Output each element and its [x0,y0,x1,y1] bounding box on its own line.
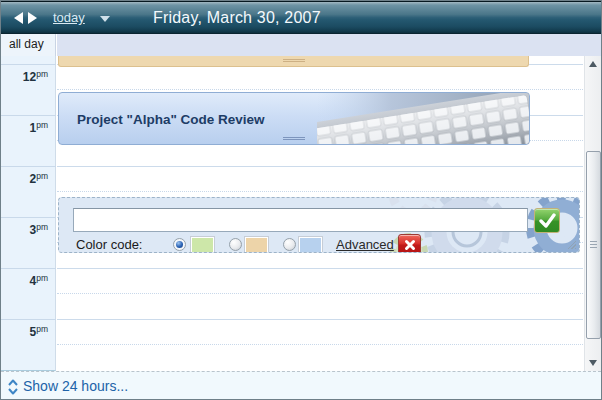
scroll-up-button[interactable] [585,56,602,72]
date-title: Friday, March 30, 2007 [153,9,321,27]
hour-line [57,166,583,167]
forward-arrow-icon[interactable] [28,12,37,24]
calendar-header: today Friday, March 30, 2007 [1,1,601,34]
appointment-edit-panel: Color code: Advanced [58,197,580,253]
color-radio-blue[interactable] [283,238,296,251]
hour-line [1,319,56,320]
down-arrow-icon [589,360,597,366]
vertical-scrollbar[interactable] [584,56,601,371]
color-swatch-green[interactable] [191,237,214,253]
hour-line [1,115,56,116]
time-column: 12pm 1pm 2pm 3pm 4pm 5pm [1,56,56,371]
color-swatch-blue[interactable] [299,237,322,253]
code-review-event[interactable]: Project "Alpha" Code Review [58,92,530,145]
color-swatch-orange[interactable] [245,237,268,253]
time-label: 4pm [30,271,49,289]
half-hour-line [57,344,583,345]
day-view: 12pm 1pm 2pm 3pm 4pm 5pm [1,56,601,371]
color-code-label: Color code: [76,237,142,252]
show-24-hours-link[interactable]: Show 24 hours... [23,378,128,394]
today-link[interactable]: today [53,10,85,25]
scrollbar-thumb[interactable] [586,151,601,339]
color-radio-orange[interactable] [229,238,242,251]
hour-line [1,268,56,269]
time-label: 5pm [30,322,49,340]
back-arrow-icon[interactable] [14,12,23,24]
all-day-label: all day [1,34,56,56]
panel-resize-grip[interactable] [567,240,576,249]
footer-bar: Show 24 hours... [1,371,601,399]
time-label: 3pm [30,220,49,238]
advanced-link[interactable]: Advanced [336,237,394,252]
time-label: 2pm [30,169,49,187]
hour-line [1,217,56,218]
time-label: 12pm [23,67,48,85]
appointment-title-input[interactable] [73,208,528,232]
event-title: Project "Alpha" Code Review [77,111,265,126]
half-hour-line [57,191,583,192]
x-icon [404,239,416,251]
expand-hours-icon [7,379,19,395]
confirm-button[interactable] [534,208,560,233]
keyboard-photo [317,93,529,144]
hour-line [1,64,56,65]
scroll-down-button[interactable] [585,355,602,371]
event-resize-grip[interactable] [283,137,305,142]
checkmark-icon [539,213,556,229]
hour-line [57,268,583,269]
up-arrow-icon [589,61,597,67]
appointment-grid[interactable]: Project "Alpha" Code Review [57,56,583,371]
event-resize-grip[interactable] [283,59,305,64]
cancel-button[interactable] [398,234,421,253]
half-hour-line [57,293,583,294]
thumb-grip-icon [590,241,597,249]
color-radio-green[interactable] [173,238,186,251]
hour-line [1,166,56,167]
all-day-area[interactable] [57,34,601,56]
chevron-down-icon[interactable] [100,16,110,22]
partial-event-top[interactable] [58,56,529,67]
calendar-window: today Friday, March 30, 2007 all day 12p… [0,0,602,400]
time-label: 1pm [30,118,49,136]
half-hour-line [57,89,583,90]
hour-line [57,319,583,320]
